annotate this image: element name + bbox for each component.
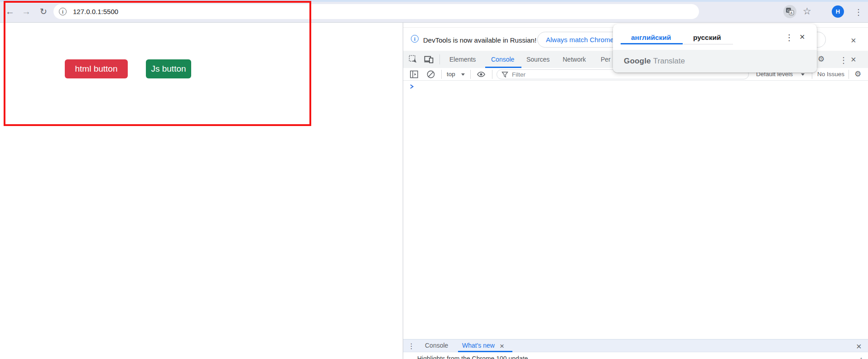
site-info-icon[interactable]: i xyxy=(59,8,67,15)
page-content: html button Js button xyxy=(0,23,403,359)
inspect-element-icon[interactable] xyxy=(409,55,418,64)
svg-text:A: A xyxy=(791,11,793,15)
context-caret-icon xyxy=(461,73,465,76)
live-expression-eye-icon[interactable] xyxy=(476,70,486,79)
browser-toolbar: ← → ↻ i 127.0.0.1:5500 G A ☆ H ⋮ xyxy=(0,0,868,23)
whats-new-tab-close-icon[interactable]: × xyxy=(500,342,504,350)
screen: ← → ↻ i 127.0.0.1:5500 G A ☆ H ⋮ html bu… xyxy=(0,0,868,359)
context-selector[interactable]: top xyxy=(447,71,455,78)
infobar-close-icon[interactable]: × xyxy=(851,36,856,45)
tab-console[interactable]: Console xyxy=(491,51,514,68)
drawer-close-icon[interactable]: × xyxy=(856,342,862,351)
translate-options-icon[interactable]: ⋮ xyxy=(785,33,793,43)
console-prompt-icon[interactable] xyxy=(409,83,415,90)
url-text[interactable]: 127.0.0.1:5500 xyxy=(73,8,118,15)
js-button[interactable]: Js button xyxy=(146,59,191,78)
browser-menu-icon[interactable]: ⋮ xyxy=(854,7,863,17)
devtools-menu-icon[interactable]: ⋮ xyxy=(839,55,848,65)
tab-elements[interactable]: Elements xyxy=(449,51,476,68)
issues-counter[interactable]: No Issues xyxy=(817,71,844,78)
translate-brand-text: Translate xyxy=(653,57,685,66)
toolbar-divider xyxy=(470,70,471,79)
translate-tab-english[interactable]: английский xyxy=(631,34,671,42)
translate-tab-underline xyxy=(621,43,683,44)
clear-console-icon[interactable] xyxy=(426,70,435,79)
drawer-tab-console[interactable]: Console xyxy=(425,342,448,349)
scrollbar-up-icon[interactable]: ▲ xyxy=(859,356,863,359)
google-logo-text: Google xyxy=(624,57,651,66)
translate-icon[interactable]: G A xyxy=(783,5,796,18)
translate-brand-strip: Google Translate xyxy=(613,50,817,73)
html-button[interactable]: html button xyxy=(65,59,128,78)
tab-sources[interactable]: Sources xyxy=(526,51,550,68)
translate-glyph: G A xyxy=(786,7,794,16)
levels-caret-icon xyxy=(801,73,805,76)
tabbar-divider xyxy=(439,54,440,64)
toolbar-divider xyxy=(492,70,492,79)
tabstrip-sliver xyxy=(0,0,868,2)
toolbar-divider xyxy=(849,70,849,79)
back-icon[interactable]: ← xyxy=(3,0,17,23)
translate-tab-russian[interactable]: русский xyxy=(693,34,721,42)
console-sidebar-icon[interactable] xyxy=(410,70,419,79)
filter-funnel-icon xyxy=(502,71,508,78)
whats-new-heading: Highlights from the Chrome 100 update xyxy=(417,355,528,359)
profile-avatar[interactable]: H xyxy=(832,5,844,18)
tab-network[interactable]: Network xyxy=(563,51,586,68)
translate-close-icon[interactable]: × xyxy=(800,32,805,41)
infobar-message: DevTools is now available in Russian! xyxy=(423,36,536,44)
info-icon: i xyxy=(411,35,419,43)
console-settings-gear-icon[interactable]: ⚙ xyxy=(854,70,861,78)
toolbar-divider xyxy=(441,70,442,79)
device-toolbar-icon[interactable] xyxy=(424,55,434,64)
bookmark-star-icon[interactable]: ☆ xyxy=(803,6,811,17)
drawer-tab-whats-new[interactable]: What's new xyxy=(462,342,495,349)
url-bar[interactable]: i 127.0.0.1:5500 xyxy=(53,4,699,19)
tab-performance[interactable]: Per xyxy=(601,51,611,68)
translate-tab-divider xyxy=(683,44,733,44)
drawer-tabbar: ⋮ Console What's new × × xyxy=(403,339,868,352)
drawer-menu-icon[interactable]: ⋮ xyxy=(408,342,415,350)
devtools-close-icon[interactable]: × xyxy=(851,55,856,64)
devtools-settings-gear-icon[interactable]: ⚙ xyxy=(818,55,825,63)
translate-popup: английский русский ⋮ × Google Translate xyxy=(613,24,817,73)
devtools-panel: i DevTools is now available in Russian! … xyxy=(403,23,868,359)
reload-icon[interactable]: ↻ xyxy=(36,0,51,23)
forward-icon[interactable]: → xyxy=(19,0,34,23)
drawer-tab-underline xyxy=(458,351,512,352)
